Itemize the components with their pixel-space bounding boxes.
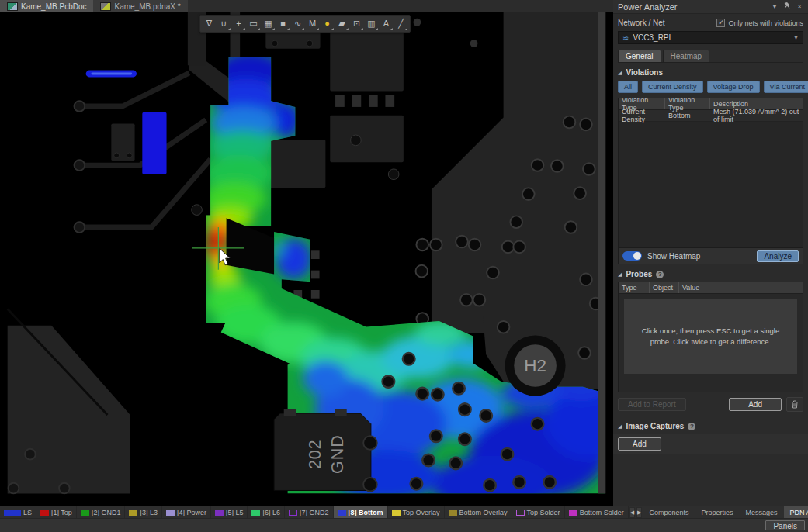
scroll-left-button[interactable]: ◀ <box>629 507 635 518</box>
scroll-right-button[interactable]: ▶ <box>636 507 642 518</box>
filter-via-current-button[interactable]: Via Current <box>764 81 808 93</box>
chip-202-gnd[interactable]: 202 GND <box>274 409 377 491</box>
text-tool-icon[interactable]: A <box>379 16 394 31</box>
layer-item--7-gnd2[interactable]: [7] GND2 <box>285 506 334 518</box>
layer-items: LS[1] Top[2] GND1[3] L3[4] Power[5] L5[6… <box>0 506 629 518</box>
layer-item-ls[interactable]: LS <box>0 506 36 518</box>
origin-cross-icon[interactable]: + <box>231 16 246 31</box>
layer-stack-icon[interactable]: ▰ <box>335 16 349 31</box>
bottom-tab-messages[interactable]: Messages <box>740 506 784 518</box>
col-type[interactable]: Type <box>619 282 650 293</box>
pad-display-icon[interactable]: ▦ <box>261 16 276 31</box>
filter-voltage-drop-button[interactable]: Voltage Drop <box>707 81 760 93</box>
net-select[interactable]: ≋ VCC3_RPI ▼ <box>618 31 803 44</box>
col-object[interactable]: Object <box>650 282 679 293</box>
probe-pin-icon[interactable]: ● <box>320 16 335 31</box>
snap-magnet-icon[interactable]: ∪ <box>217 16 231 31</box>
doc-tab-pcbdoc[interactable]: Kame_MB.PcbDoc <box>0 0 93 12</box>
layer-item-bottom-solder[interactable]: Bottom Solder <box>565 506 629 518</box>
violations-section-header[interactable]: ◢ Violations <box>613 63 808 80</box>
layer-color-swatch <box>449 510 457 516</box>
spline-icon[interactable]: ∿ <box>290 16 305 31</box>
panel-tab-strip: ComponentsPropertiesMessagesPDN Analyzer <box>643 506 808 518</box>
filter-all-button[interactable]: All <box>618 81 638 93</box>
image-captures-section-header[interactable]: ◢ Image Captures ? <box>613 416 808 434</box>
vertical-scrollbar[interactable] <box>598 12 606 493</box>
layer-item--2-gnd1[interactable]: [2] GND1 <box>77 506 126 518</box>
filter-current-density-button[interactable]: Current Density <box>642 81 703 93</box>
layer-item-label: [1] Top <box>51 509 72 516</box>
layer-item--1-top[interactable]: [1] Top <box>36 506 77 518</box>
analyze-button[interactable]: Analyze <box>757 250 799 262</box>
probes-table-header: Type Object Value <box>619 282 803 294</box>
layer-color-swatch <box>392 510 401 516</box>
layer-item-label: [3] L3 <box>140 509 158 516</box>
panels-button[interactable]: Panels <box>765 520 805 530</box>
polygon-pour-icon[interactable]: ■ <box>276 16 290 31</box>
layer-item--3-l3[interactable]: [3] L3 <box>125 506 162 518</box>
bottom-tab-components[interactable]: Components <box>643 506 695 518</box>
violation-filters: AllCurrent DensityVoltage DropVia Curren… <box>618 81 803 93</box>
image-captures-header-label: Image Captures <box>626 422 684 430</box>
col-violation-type-2[interactable]: Violation Type <box>665 98 710 109</box>
layer-item--5-l5[interactable]: [5] L5 <box>211 506 248 518</box>
heatmap-row: Show Heatmap Analyze <box>618 248 803 264</box>
status-bar: Panels <box>0 518 808 532</box>
bottom-tab-pdn-analyzer[interactable]: PDN Analyzer <box>784 506 808 518</box>
violations-header-label: Violations <box>626 68 663 77</box>
filter-icon[interactable]: ∇ <box>202 16 217 31</box>
col-value[interactable]: Value <box>679 282 803 293</box>
select-region-icon[interactable]: ▭ <box>246 16 261 31</box>
panel-menu-icon[interactable]: ▼ <box>771 3 779 10</box>
pin-icon[interactable] <box>783 2 791 12</box>
show-heatmap-toggle[interactable] <box>622 251 642 261</box>
layer-item--4-power[interactable]: [4] Power <box>162 506 211 518</box>
add-probe-button[interactable]: Add <box>729 398 782 411</box>
layer-item--8-bottom[interactable]: [8] Bottom <box>334 506 388 518</box>
layer-color-swatch <box>215 510 224 516</box>
image-captures-row: Add <box>613 434 808 454</box>
probes-section-header[interactable]: ◢ Probes ? <box>613 264 808 282</box>
probes-empty-body: Click once, then press ESC to get a sing… <box>619 294 803 392</box>
layer-item-top-overlay[interactable]: Top Overlay <box>388 506 445 518</box>
doc-tab-label: Kame_MB.pdnaX * <box>114 2 180 11</box>
layer-item-label: [5] L5 <box>226 509 244 516</box>
collapse-arrow-icon: ◢ <box>618 70 622 76</box>
layer-color-swatch <box>166 510 175 516</box>
violation-description-cell: Mesh (71.039 A/mm^ 2) out of limit <box>710 108 803 123</box>
doc-tab-pdnax[interactable]: Kame_MB.pdnaX * <box>93 0 187 12</box>
probes-hint: Click once, then press ESC to get a sing… <box>624 299 797 374</box>
pdnax-icon <box>100 2 111 11</box>
measure-icon[interactable]: M <box>305 16 320 31</box>
layer-color-swatch <box>81 510 89 516</box>
layer-item-label: Bottom Overlay <box>459 509 508 516</box>
document-tabbar: Kame_MB.PcbDoc Kame_MB.pdnaX * <box>0 0 613 12</box>
add-to-report-button[interactable]: Add to Report <box>618 398 686 411</box>
layer-bar: LS[1] Top[2] GND1[3] L3[4] Power[5] L5[6… <box>0 506 808 518</box>
tab-heatmap[interactable]: Heatmap <box>663 50 710 62</box>
chart-icon[interactable]: ▥ <box>364 16 379 31</box>
power-analyzer-panel: Power Analyzer ▼ × Network / Net ✓ Only … <box>613 0 808 506</box>
add-capture-button[interactable]: Add <box>618 437 661 451</box>
pcb-canvas[interactable]: H2 202 GND <box>0 12 613 506</box>
violations-table[interactable]: Violation Type Violation Type Descriptio… <box>618 98 803 248</box>
tab-general[interactable]: General <box>618 50 661 62</box>
line-tool-icon[interactable]: ╱ <box>394 16 408 31</box>
bottom-tab-properties[interactable]: Properties <box>695 506 739 518</box>
pcb-drawing[interactable]: H2 202 GND <box>0 12 613 506</box>
layer-color-swatch <box>251 510 260 516</box>
delete-probe-button[interactable] <box>786 397 803 412</box>
layer-item-bottom-overlay[interactable]: Bottom Overlay <box>445 506 512 518</box>
layer-item-top-solder[interactable]: Top Solder <box>512 506 565 518</box>
zoom-region-icon[interactable]: ⊡ <box>349 16 364 31</box>
layer-color-swatch <box>569 510 577 516</box>
pcbdoc-icon <box>7 2 18 11</box>
network-label: Network / Net <box>618 19 665 27</box>
layer-item--6-l6[interactable]: [6] L6 <box>248 506 285 518</box>
heatmap-toolbar: ∇∪+▭▦■∿M●▰⊡▥A╱ <box>199 15 411 33</box>
mounting-hole-h2[interactable]: H2 <box>505 336 566 396</box>
only-violations-checkbox[interactable]: ✓ Only nets with violations <box>716 19 803 27</box>
violation-row[interactable]: Current Density Bottom Mesh (71.039 A/mm… <box>619 110 803 122</box>
close-icon[interactable]: × <box>796 3 803 10</box>
probes-table[interactable]: Type Object Value Click once, then press… <box>618 282 803 392</box>
